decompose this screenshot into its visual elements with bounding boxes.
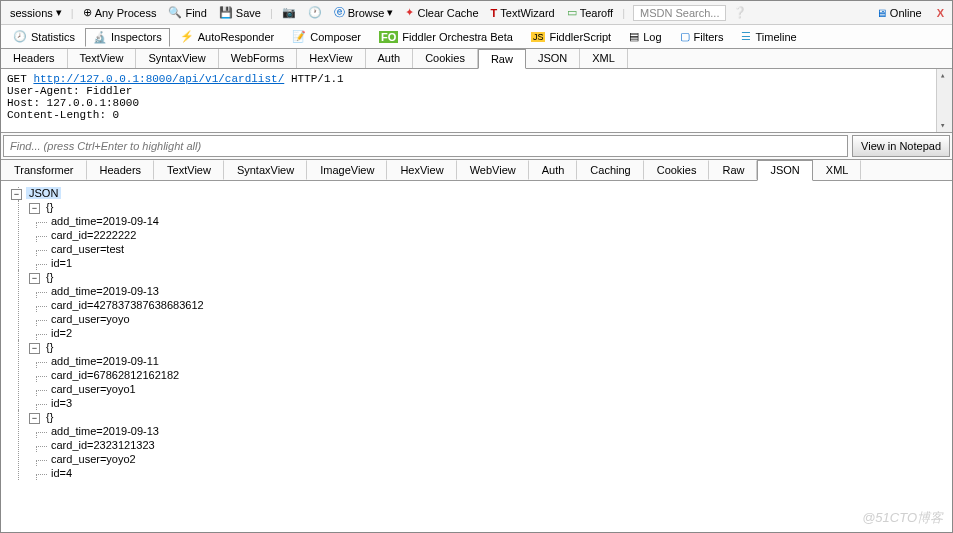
save-icon: 💾 (219, 6, 233, 19)
textwizard-icon: T (491, 7, 498, 19)
json-property[interactable]: card_id=427837387638683612 (29, 298, 942, 312)
sessions-button[interactable]: sessions ▾ (5, 4, 67, 21)
clear-cache-button[interactable]: ✦ Clear Cache (400, 4, 483, 21)
json-object-node[interactable]: {} (44, 410, 55, 424)
request-url[interactable]: http://127.0.0.1:8000/api/v1/cardlist/ (33, 73, 284, 85)
textwizard-button[interactable]: T TextWizard (486, 5, 560, 21)
resp-tab-textview[interactable]: TextView (154, 160, 224, 180)
close-button[interactable]: X (933, 7, 948, 19)
tearoff-button[interactable]: ▭ Tearoff (562, 4, 618, 21)
tab-orchestra[interactable]: FOFiddler Orchestra Beta (371, 28, 521, 46)
resp-tab-syntaxview[interactable]: SyntaxView (224, 160, 307, 180)
json-object-node[interactable]: {} (44, 340, 55, 354)
raw-request-pane[interactable]: GET http://127.0.0.1:8000/api/v1/cardlis… (1, 69, 952, 133)
scrollbar[interactable] (936, 69, 952, 132)
script-icon: JS (531, 32, 546, 42)
tab-fiddlerscript[interactable]: JSFiddlerScript (523, 28, 619, 46)
req-tab-auth[interactable]: Auth (366, 49, 414, 68)
browse-button[interactable]: ⓔ Browse ▾ (329, 3, 399, 22)
resp-tab-cookies[interactable]: Cookies (644, 160, 710, 180)
collapse-icon[interactable]: − (29, 273, 40, 284)
http-method: GET (7, 73, 27, 85)
collapse-icon[interactable]: − (29, 203, 40, 214)
json-root-node[interactable]: JSON (26, 187, 61, 199)
tab-timeline[interactable]: ☰Timeline (733, 27, 804, 46)
screenshot-button[interactable]: 📷 (277, 4, 301, 21)
json-object-node[interactable]: {} (44, 200, 55, 214)
find-input[interactable] (3, 135, 848, 157)
any-process-button[interactable]: ⊕ Any Process (78, 4, 162, 21)
resp-tab-transformer[interactable]: Transformer (1, 160, 87, 180)
json-property[interactable]: card_user=yoyo2 (29, 452, 942, 466)
req-tab-json[interactable]: JSON (526, 49, 580, 68)
fo-icon: FO (379, 31, 398, 43)
clear-icon: ✦ (405, 6, 414, 19)
resp-tab-json[interactable]: JSON (757, 160, 812, 181)
timer-button[interactable]: 🕐 (303, 4, 327, 21)
json-property[interactable]: card_id=67862812162182 (29, 368, 942, 382)
edit-icon: 📝 (292, 30, 306, 43)
tab-inspectors[interactable]: 🔬Inspectors (85, 28, 170, 47)
json-property[interactable]: card_id=2323121323 (29, 438, 942, 452)
request-tabstrip: HeadersTextViewSyntaxViewWebFormsHexView… (1, 49, 952, 69)
json-property[interactable]: add_time=2019-09-11 (29, 354, 942, 368)
collapse-icon[interactable]: − (29, 343, 40, 354)
json-property[interactable]: id=1 (29, 256, 942, 270)
json-property[interactable]: card_user=test (29, 242, 942, 256)
resp-tab-headers[interactable]: Headers (87, 160, 155, 180)
browser-icon: ⓔ (334, 5, 345, 20)
watermark: @51CTO博客 (862, 509, 943, 527)
dropdown-icon: ▾ (56, 6, 62, 19)
log-icon: ▤ (629, 30, 639, 43)
req-tab-raw[interactable]: Raw (478, 49, 526, 69)
response-tabstrip: TransformerHeadersTextViewSyntaxViewImag… (1, 160, 952, 181)
find-bar: View in Notepad (1, 133, 952, 160)
header-content-length: Content-Length: 0 (7, 109, 946, 121)
camera-icon: 📷 (282, 6, 296, 19)
resp-tab-caching[interactable]: Caching (577, 160, 643, 180)
tab-log[interactable]: ▤Log (621, 27, 669, 46)
online-indicator[interactable]: 🖥 Online (871, 5, 927, 21)
json-property[interactable]: add_time=2019-09-13 (29, 424, 942, 438)
resp-tab-hexview[interactable]: HexView (387, 160, 456, 180)
json-property[interactable]: add_time=2019-09-13 (29, 284, 942, 298)
resp-tab-auth[interactable]: Auth (529, 160, 578, 180)
req-tab-webforms[interactable]: WebForms (219, 49, 298, 68)
json-property[interactable]: card_user=yoyo (29, 312, 942, 326)
req-tab-cookies[interactable]: Cookies (413, 49, 478, 68)
tab-filters[interactable]: ▢Filters (672, 27, 732, 46)
inspect-icon: 🔬 (93, 31, 107, 44)
json-tree[interactable]: −JSON −{}add_time=2019-09-14card_id=2222… (1, 181, 952, 528)
resp-tab-xml[interactable]: XML (813, 160, 862, 180)
tearoff-icon: ▭ (567, 6, 577, 19)
clock-icon: 🕐 (308, 6, 322, 19)
req-tab-syntaxview[interactable]: SyntaxView (136, 49, 218, 68)
help-button[interactable]: ❔ (728, 4, 752, 21)
json-property[interactable]: id=3 (29, 396, 942, 410)
help-icon: ❔ (733, 6, 747, 19)
json-object-node[interactable]: {} (44, 270, 55, 284)
resp-tab-raw[interactable]: Raw (709, 160, 757, 180)
json-property[interactable]: id=2 (29, 326, 942, 340)
tab-autoresponder[interactable]: ⚡AutoResponder (172, 27, 282, 46)
view-in-notepad-button[interactable]: View in Notepad (852, 135, 950, 157)
req-tab-hexview[interactable]: HexView (297, 49, 365, 68)
req-tab-xml[interactable]: XML (580, 49, 628, 68)
json-property[interactable]: card_user=yoyo1 (29, 382, 942, 396)
main-toolbar: sessions ▾ | ⊕ Any Process 🔍 Find 💾 Save… (1, 1, 952, 25)
collapse-icon[interactable]: − (11, 189, 22, 200)
save-button[interactable]: 💾 Save (214, 4, 266, 21)
msdn-search-input[interactable]: MSDN Search... (633, 5, 726, 21)
find-button[interactable]: 🔍 Find (163, 4, 211, 21)
req-tab-headers[interactable]: Headers (1, 49, 68, 68)
main-tabstrip: 🕗Statistics 🔬Inspectors ⚡AutoResponder 📝… (1, 25, 952, 49)
req-tab-textview[interactable]: TextView (68, 49, 137, 68)
json-property[interactable]: id=4 (29, 466, 942, 480)
json-property[interactable]: add_time=2019-09-14 (29, 214, 942, 228)
collapse-icon[interactable]: − (29, 413, 40, 424)
tab-composer[interactable]: 📝Composer (284, 27, 369, 46)
resp-tab-webview[interactable]: WebView (457, 160, 529, 180)
tab-statistics[interactable]: 🕗Statistics (5, 27, 83, 46)
json-property[interactable]: card_id=2222222 (29, 228, 942, 242)
resp-tab-imageview[interactable]: ImageView (307, 160, 387, 180)
